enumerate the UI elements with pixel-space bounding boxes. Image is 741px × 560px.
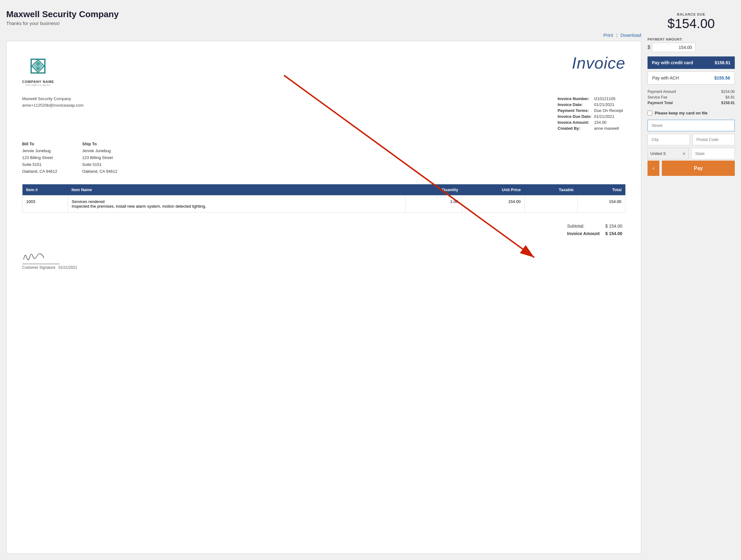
invoice-title: Invoice: [572, 54, 625, 72]
invoice-doc-header: COMPANY NAME your tagline or tag line In…: [22, 54, 625, 86]
invoice-amount-label: Invoice Amount:: [557, 119, 594, 125]
ship-to-address2: Suite 5151: [82, 161, 118, 168]
signature-section: Customer Signature 01/21/2021: [22, 250, 625, 270]
invoice-date-value: 01/21/2021: [594, 102, 626, 108]
bill-to: Bill To Jennie Junebug 123 Billing Stree…: [22, 141, 57, 175]
row-quantity: 1.00: [405, 195, 462, 213]
company-name: Maxwell Security Company: [6, 9, 641, 19]
created-by-value: anne maxwell: [594, 125, 626, 131]
fee-total-label: Payment Total: [648, 101, 673, 105]
clear-country-button[interactable]: ✕: [682, 151, 686, 156]
col-unit-price: Unit Price: [462, 184, 525, 195]
totals-section: Subtotal: $ 154.00 Invoice Amount $ 154.…: [22, 222, 625, 238]
balance-due-label: BALANCE DUE: [648, 12, 735, 16]
signature-line: [22, 264, 60, 264]
pay-credit-card-button[interactable]: Pay with credit card $158.91: [648, 56, 735, 69]
pay-ach-button[interactable]: Pay with ACH $155.56: [648, 71, 735, 84]
invoice-amount-value: 154.00: [594, 119, 626, 125]
totals-table: Subtotal: $ 154.00 Invoice Amount $ 154.…: [564, 222, 625, 238]
fee-payment-value: $154.00: [721, 89, 735, 94]
from-address: Maxwell Security Company anne+112520b@in…: [22, 96, 83, 131]
invoice-due-date-label: Invoice Due Date:: [557, 114, 594, 119]
invoice-number-value: I210121105: [594, 96, 626, 102]
payment-amount-section: PAYMENT AMOUNT: $: [648, 38, 735, 52]
fee-row-service: Service Fee $4.91: [648, 95, 735, 100]
col-total: Total: [578, 184, 625, 195]
bill-to-city-state: Oakland, CA 94612: [22, 168, 57, 175]
ship-to-heading: Ship To: [82, 141, 97, 146]
payment-terms-label: Payment Terms:: [557, 108, 594, 114]
company-tagline: Thanks for your business!: [6, 20, 641, 26]
invoice-details-section: Maxwell Security Company anne+112520b@in…: [22, 96, 625, 131]
ship-to-address1: 123 Billing Street: [82, 154, 118, 161]
fee-row-payment: Payment Amount $154.00: [648, 89, 735, 95]
bill-to-name: Jennie Junebug: [22, 147, 57, 154]
signature-image: [22, 250, 47, 262]
ship-to-name: Jennie Junebug: [82, 147, 118, 154]
country-state-row: United S ✕: [648, 148, 735, 159]
created-by-label: Created By:: [557, 125, 594, 131]
from-email: anne+112520b@invoiceasap.com: [22, 102, 83, 109]
card-on-file-section: Please keep my card on file: [648, 111, 735, 115]
download-link[interactable]: Download: [620, 33, 641, 38]
city-input[interactable]: [648, 134, 690, 145]
items-table: Item # Item Name Quantity Unit Price Tax…: [22, 184, 625, 213]
logo-area: COMPANY NAME your tagline or tag line: [22, 54, 54, 86]
ship-to: Ship To Jennie Junebug 123 Billing Stree…: [82, 141, 118, 175]
invoice-date-label: Invoice Date:: [557, 102, 594, 108]
logo-company-name: COMPANY NAME: [22, 80, 54, 83]
payment-amount-input[interactable]: [652, 43, 695, 52]
balance-section: BALANCE DUE $154.00: [648, 9, 735, 38]
row-unit-price: 154.00: [462, 195, 525, 213]
fee-service-label: Service Fee: [648, 95, 667, 100]
signature-date: 01/21/2021: [59, 265, 77, 270]
col-item-num: Item #: [22, 184, 68, 195]
fee-total-value: $158.91: [721, 101, 735, 105]
row-item-name: Services renderedInspected the premises,…: [68, 195, 405, 213]
pay-ach-amount: $155.56: [714, 75, 730, 80]
subtotal-label: Subtotal:: [565, 223, 602, 230]
col-taxable: Taxable: [525, 184, 578, 195]
bill-ship-section: Bill To Jennie Junebug 123 Billing Stree…: [22, 141, 625, 175]
postal-input[interactable]: [692, 134, 735, 145]
card-on-file-label: Please keep my card on file: [655, 111, 708, 115]
from-name: Maxwell Security Company: [22, 96, 83, 102]
fee-payment-label: Payment Amount: [648, 89, 676, 94]
fee-row-total: Payment Total $158.91: [648, 100, 735, 106]
billing-form: United S ✕: [648, 120, 735, 159]
country-select-wrapper[interactable]: United S ✕: [648, 148, 689, 159]
payment-amount-row: $: [648, 43, 735, 52]
invoice-document: COMPANY NAME your tagline or tag line In…: [6, 41, 641, 554]
pay-actions: ‹ Pay: [648, 161, 735, 176]
balance-due-amount: $154.00: [648, 16, 735, 31]
bill-to-address1: 123 Billing Street: [22, 154, 57, 161]
pay-credit-amount: $158.91: [715, 60, 730, 65]
invoice-total-value: $ 154.00: [603, 230, 625, 237]
print-download-bar: Print | Download: [6, 30, 641, 41]
country-value: United S: [650, 151, 682, 156]
table-row: 1003 Services renderedInspected the prem…: [22, 195, 625, 213]
col-quantity: Quantity: [405, 184, 462, 195]
back-button[interactable]: ‹: [648, 161, 659, 176]
row-total: 154.00: [578, 195, 625, 213]
street-input[interactable]: [648, 120, 735, 131]
payment-amount-label: PAYMENT AMOUNT:: [648, 38, 735, 41]
company-logo: [25, 54, 51, 78]
logo-tagline: your tagline or tag line: [26, 83, 51, 86]
invoice-meta: Invoice Number: I210121105 Invoice Date:…: [557, 96, 625, 131]
company-header: Maxwell Security Company Thanks for your…: [6, 6, 641, 30]
fee-breakdown: Payment Amount $154.00 Service Fee $4.91…: [648, 89, 735, 106]
bill-to-heading: Bill To: [22, 141, 34, 146]
dollar-sign: $: [648, 45, 650, 50]
subtotal-value: $ 154.00: [603, 223, 625, 230]
invoice-total-label: Invoice Amount: [565, 230, 602, 237]
card-on-file-checkbox[interactable]: [648, 111, 652, 115]
pay-button[interactable]: Pay: [662, 161, 735, 176]
print-link[interactable]: Print: [604, 33, 613, 38]
bill-to-address2: Suite 5151: [22, 161, 57, 168]
col-item-name: Item Name: [68, 184, 405, 195]
invoice-due-date-value: 01/21/2021: [594, 114, 626, 119]
row-taxable: [525, 195, 578, 213]
city-postal-row: [648, 134, 735, 145]
state-input[interactable]: [691, 148, 735, 159]
